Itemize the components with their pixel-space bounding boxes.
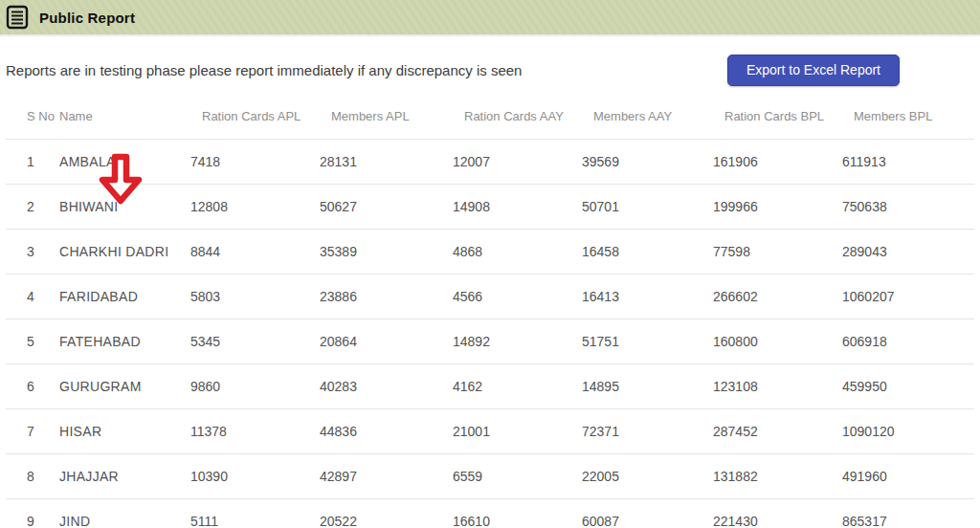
cell-s-no: 4 <box>6 274 59 319</box>
cell-value: 123108 <box>713 363 842 408</box>
table-row: 6GURUGRAM986040283416214895123108459950 <box>6 363 974 408</box>
cell-value: 4566 <box>453 274 582 319</box>
cell-district-name: JIND <box>59 498 190 528</box>
column-header-members-bpl: Members BPL <box>842 94 974 139</box>
toolbar: Reports are in testing phase please repo… <box>6 54 974 86</box>
cell-value: 44836 <box>320 408 453 453</box>
cell-value: 1060207 <box>842 274 974 319</box>
column-header-members-apl: Members APL <box>320 94 453 139</box>
table-row: 1AMBALA7418281311200739569161906611913 <box>6 139 974 184</box>
cell-district-name: JHAJJAR <box>59 453 190 498</box>
cell-value: 16610 <box>453 498 582 528</box>
cell-value: 865317 <box>842 498 974 528</box>
table-row: 2BHIWANI12808506271490850701199966750638 <box>6 184 974 229</box>
column-header-ration-cards-apl: Ration Cards APL <box>190 94 320 139</box>
cell-value: 6559 <box>453 453 582 498</box>
column-header-name: Name <box>59 94 190 139</box>
cell-value: 21001 <box>453 408 582 453</box>
cell-s-no: 3 <box>6 229 59 274</box>
cell-value: 131882 <box>713 453 842 498</box>
cell-value: 8844 <box>190 229 320 274</box>
cell-value: 199966 <box>713 184 842 229</box>
cell-value: 750638 <box>842 184 974 229</box>
cell-value: 50627 <box>320 184 453 229</box>
cell-district-name: CHARKHI DADRI <box>59 229 190 274</box>
cell-value: 77598 <box>713 229 842 274</box>
cell-district-name: FARIDABAD <box>59 274 190 319</box>
cell-district-name: AMBALA <box>59 139 190 184</box>
table-row: 3CHARKHI DADRI88443538948681645877598289… <box>6 229 974 274</box>
cell-value: 611913 <box>842 139 974 184</box>
page-title: Public Report <box>39 10 135 26</box>
cell-value: 42897 <box>320 453 453 498</box>
cell-district-name: GURUGRAM <box>59 363 190 408</box>
cell-value: 12007 <box>453 139 582 184</box>
table-row: 8JHAJJAR1039042897655922005131882491960 <box>6 453 974 498</box>
public-report-table: S NoNameRation Cards APLMembers APLRatio… <box>6 94 974 528</box>
cell-value: 72371 <box>582 408 713 453</box>
cell-value: 1090120 <box>842 408 974 453</box>
cell-value: 289043 <box>842 229 974 274</box>
cell-value: 22005 <box>582 453 713 498</box>
cell-value: 5803 <box>190 274 320 319</box>
testing-phase-notice: Reports are in testing phase please repo… <box>6 62 522 78</box>
cell-value: 20522 <box>320 498 453 528</box>
cell-value: 221430 <box>713 498 842 528</box>
cell-value: 16413 <box>582 274 713 319</box>
table-header-row: S NoNameRation Cards APLMembers APLRatio… <box>6 94 974 139</box>
cell-value: 161906 <box>713 139 842 184</box>
table-row: 5FATEHABAD534520864148925175116080060691… <box>6 319 974 363</box>
cell-value: 491960 <box>842 453 974 498</box>
cell-value: 14892 <box>453 319 582 363</box>
cell-district-name: FATEHABAD <box>59 319 190 363</box>
cell-district-name: HISAR <box>59 408 190 453</box>
cell-value: 459950 <box>842 363 974 408</box>
export-to-excel-button[interactable]: Export to Excel Report <box>727 55 900 86</box>
content-area: Reports are in testing phase please repo… <box>0 54 980 528</box>
cell-value: 50701 <box>582 184 713 229</box>
cell-value: 7418 <box>190 139 320 184</box>
column-header-ration-cards-bpl: Ration Cards BPL <box>713 94 842 139</box>
cell-s-no: 8 <box>6 453 59 498</box>
cell-value: 266602 <box>713 274 842 319</box>
cell-s-no: 7 <box>6 408 59 453</box>
cell-value: 40283 <box>320 363 453 408</box>
cell-value: 606918 <box>842 319 974 363</box>
cell-value: 287452 <box>713 408 842 453</box>
table-row: 4FARIDABAD580323886456616413266602106020… <box>6 274 974 319</box>
cell-value: 10390 <box>190 453 320 498</box>
cell-value: 12808 <box>190 184 320 229</box>
cell-value: 14895 <box>582 363 713 408</box>
column-header-s-no: S No <box>6 94 59 139</box>
cell-district-name: BHIWANI <box>59 184 190 229</box>
cell-value: 160800 <box>713 319 842 363</box>
cell-value: 9860 <box>190 363 320 408</box>
cell-value: 5111 <box>190 498 320 528</box>
cell-value: 28131 <box>320 139 453 184</box>
cell-s-no: 2 <box>6 184 59 229</box>
table-row: 9JIND5111205221661060087221430865317 <box>6 498 974 528</box>
table-row: 7HISAR113784483621001723712874521090120 <box>6 408 974 453</box>
report-list-icon <box>6 5 29 30</box>
cell-value: 51751 <box>582 319 713 363</box>
cell-s-no: 6 <box>6 363 59 408</box>
column-header-ration-cards-aay: Ration Cards AAY <box>453 94 582 139</box>
cell-value: 16458 <box>582 229 713 274</box>
column-header-members-aay: Members AAY <box>582 94 713 139</box>
cell-value: 4162 <box>453 363 582 408</box>
cell-value: 39569 <box>582 139 713 184</box>
cell-s-no: 1 <box>6 139 59 184</box>
appbar: Public Report <box>0 0 980 36</box>
cell-value: 14908 <box>453 184 582 229</box>
cell-value: 11378 <box>190 408 320 453</box>
cell-value: 20864 <box>320 319 453 363</box>
cell-value: 23886 <box>320 274 453 319</box>
cell-value: 60087 <box>582 498 713 528</box>
cell-s-no: 5 <box>6 319 59 363</box>
cell-value: 5345 <box>190 319 320 363</box>
cell-value: 35389 <box>320 229 453 274</box>
cell-s-no: 9 <box>6 498 59 528</box>
cell-value: 4868 <box>453 229 582 274</box>
